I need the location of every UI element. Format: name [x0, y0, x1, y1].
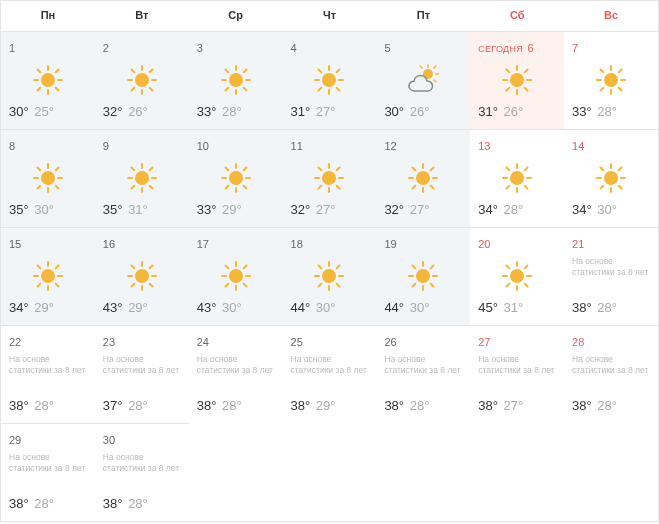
temperature-row: 32° 27° — [291, 202, 369, 217]
day-number: 8 — [9, 140, 15, 152]
temp-low: 28° — [128, 398, 148, 413]
temp-low: 27° — [410, 202, 430, 217]
sun-icon — [313, 260, 345, 292]
temp-low: 29° — [222, 202, 242, 217]
temp-low: 28° — [597, 104, 617, 119]
temperature-row: 33° 29° — [197, 202, 275, 217]
day-cell[interactable]: 431° 27° — [283, 31, 377, 129]
day-cell[interactable]: 733° 28° — [564, 31, 658, 129]
day-number: 18 — [291, 238, 303, 250]
day-cell[interactable]: 1534° 29° — [1, 227, 95, 325]
day-cell[interactable]: 530° 26° — [376, 31, 470, 129]
temperature-row: 45° 31° — [478, 300, 556, 315]
day-number: 16 — [103, 238, 115, 250]
sun-icon — [595, 64, 627, 96]
day-cell[interactable]: 232° 26° — [95, 31, 189, 129]
temp-high: 44° — [291, 300, 311, 315]
temp-high: 38° — [9, 496, 29, 511]
temp-low: 27° — [316, 104, 336, 119]
day-cell[interactable]: 835° 30° — [1, 129, 95, 227]
temperature-row: 33° 28° — [572, 104, 650, 119]
day-cell[interactable]: 30На основе статистики за 8 лет38° 28° — [95, 423, 189, 521]
day-number: 9 — [103, 140, 109, 152]
weekday-header: Сб — [470, 1, 564, 31]
day-cell[interactable]: 22На основе статистики за 8 лет38° 28° — [1, 325, 95, 423]
day-cell[interactable]: 24На основе статистики за 8 лет38° 28° — [189, 325, 283, 423]
day-number: 10 — [197, 140, 209, 152]
temp-high: 30° — [384, 104, 404, 119]
temp-low: 26° — [504, 104, 524, 119]
sun-icon — [126, 162, 158, 194]
statistics-note: На основе статистики за 8 лет — [9, 452, 87, 488]
day-number: 6 — [528, 42, 534, 54]
temp-low: 25° — [34, 104, 54, 119]
day-cell[interactable]: 1844° 30° — [283, 227, 377, 325]
day-number: 15 — [9, 238, 21, 250]
temp-high: 38° — [291, 398, 311, 413]
temp-high: 30° — [9, 104, 29, 119]
temp-high: 33° — [197, 104, 217, 119]
day-cell[interactable]: 1132° 27° — [283, 129, 377, 227]
temperature-row: 31° 27° — [291, 104, 369, 119]
statistics-note: На основе статистики за 8 лет — [197, 354, 275, 390]
temp-high: 45° — [478, 300, 498, 315]
day-number: 12 — [384, 140, 396, 152]
temp-high: 35° — [9, 202, 29, 217]
day-cell[interactable]: 28На основе статистики за 8 лет38° 28° — [564, 325, 658, 423]
day-number: 4 — [291, 42, 297, 54]
day-number: 17 — [197, 238, 209, 250]
day-cell[interactable]: 130° 25° — [1, 31, 95, 129]
day-cell[interactable]: 25На основе статистики за 8 лет38° 29° — [283, 325, 377, 423]
day-number: 25 — [291, 336, 303, 348]
day-cell[interactable]: 21На основе статистики за 8 лет38° 28° — [564, 227, 658, 325]
day-cell[interactable]: 333° 28° — [189, 31, 283, 129]
sun-icon — [501, 64, 533, 96]
day-cell[interactable]: 27На основе статистики за 8 лет38° 27° — [470, 325, 564, 423]
temp-high: 32° — [103, 104, 123, 119]
temperature-row: 35° 31° — [103, 202, 181, 217]
sun-icon — [126, 64, 158, 96]
temp-high: 43° — [197, 300, 217, 315]
temp-high: 33° — [572, 104, 592, 119]
sun-icon — [32, 260, 64, 292]
sun-icon — [501, 162, 533, 194]
day-cell[interactable]: 1643° 29° — [95, 227, 189, 325]
temp-high: 38° — [572, 398, 592, 413]
day-cell[interactable]: 1743° 30° — [189, 227, 283, 325]
temperature-row: 32° 26° — [103, 104, 181, 119]
weekday-header: Пн — [1, 1, 95, 31]
day-cell[interactable]: 29На основе статистики за 8 лет38° 28° — [1, 423, 95, 521]
temp-low: 31° — [128, 202, 148, 217]
day-cell[interactable]: 1944° 30° — [376, 227, 470, 325]
day-cell[interactable]: 1434° 30° — [564, 129, 658, 227]
day-number: 22 — [9, 336, 21, 348]
temp-low: 28° — [504, 202, 524, 217]
day-cell[interactable]: 2045° 31° — [470, 227, 564, 325]
day-cell[interactable]: 26На основе статистики за 8 лет38° 28° — [376, 325, 470, 423]
day-number: 26 — [384, 336, 396, 348]
day-cell[interactable]: СЕГОДНЯ 631° 26° — [470, 31, 564, 129]
day-number: 29 — [9, 434, 21, 446]
day-cell[interactable]: 1033° 29° — [189, 129, 283, 227]
day-cell[interactable]: 23На основе статистики за 8 лет37° 28° — [95, 325, 189, 423]
temperature-row: 38° 29° — [291, 398, 369, 413]
temperature-row: 37° 28° — [103, 398, 181, 413]
temp-high: 32° — [291, 202, 311, 217]
temperature-row: 34° 29° — [9, 300, 87, 315]
day-cell[interactable]: 1232° 27° — [376, 129, 470, 227]
statistics-note: На основе статистики за 8 лет — [572, 256, 650, 292]
temp-low: 28° — [597, 300, 617, 315]
day-number: 20 — [478, 238, 490, 250]
temp-low: 30° — [222, 300, 242, 315]
day-cell[interactable]: 1334° 28° — [470, 129, 564, 227]
temp-high: 34° — [9, 300, 29, 315]
temperature-row: 38° 28° — [197, 398, 275, 413]
day-number: 23 — [103, 336, 115, 348]
temperature-row: 38° 28° — [572, 300, 650, 315]
temperature-row: 38° 28° — [384, 398, 462, 413]
day-cell[interactable]: 935° 31° — [95, 129, 189, 227]
sun-icon — [220, 162, 252, 194]
sun-icon — [126, 260, 158, 292]
statistics-note: На основе статистики за 8 лет — [291, 354, 369, 390]
temp-low: 28° — [222, 398, 242, 413]
